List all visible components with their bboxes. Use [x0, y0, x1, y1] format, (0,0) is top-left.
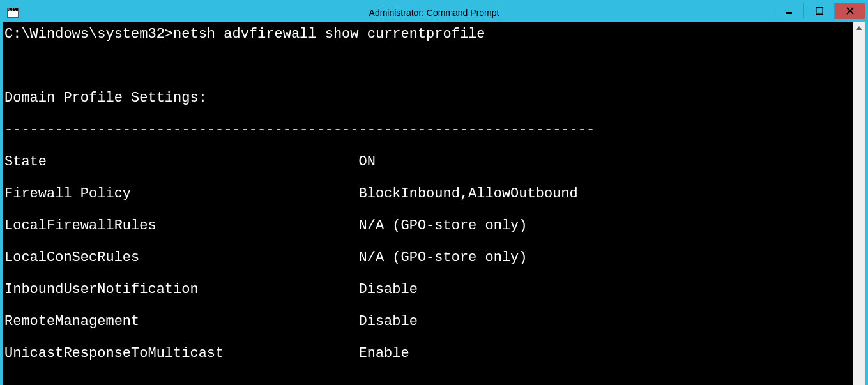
setting-label: State [4, 154, 358, 170]
svg-rect-0 [786, 12, 792, 14]
setting-value: BlockInbound,AllowOutbound [358, 186, 577, 202]
setting-row: UnicastResponseToMulticastEnable [4, 345, 853, 361]
setting-label: LocalConSecRules [4, 250, 358, 266]
system-menu-icon[interactable] [7, 8, 19, 18]
window-controls [773, 3, 865, 19]
setting-value: Disable [358, 282, 417, 298]
vertical-scrollbar[interactable] [853, 22, 865, 385]
svg-rect-1 [816, 8, 823, 15]
setting-row: RemoteManagementDisable [4, 313, 853, 329]
command: netsh advfirewall show currentprofile [173, 26, 485, 42]
minimize-button[interactable] [773, 3, 803, 19]
blank-line [4, 58, 853, 74]
close-button[interactable] [834, 3, 865, 19]
setting-value: N/A (GPO-store only) [358, 218, 527, 234]
titlebar[interactable]: Administrator: Command Prompt [3, 3, 865, 22]
client-area: C:\Windows\system32>netsh advfirewall sh… [3, 22, 865, 385]
scroll-up-arrow-icon[interactable] [853, 22, 865, 34]
setting-row: Firewall PolicyBlockInbound,AllowOutboun… [4, 186, 853, 202]
maximize-button[interactable] [803, 3, 834, 19]
setting-value: ON [358, 154, 375, 170]
scrollbar-track[interactable] [853, 34, 865, 385]
prompt: C:\Windows\system32> [4, 26, 173, 42]
setting-label: Firewall Policy [4, 186, 358, 202]
setting-row: InboundUserNotificationDisable [4, 282, 853, 298]
blank-line [4, 377, 853, 385]
setting-label: UnicastResponseToMulticast [4, 345, 358, 361]
prompt-line: C:\Windows\system32>netsh advfirewall sh… [4, 26, 853, 42]
divider-line: ----------------------------------------… [4, 122, 853, 138]
setting-row: LocalConSecRulesN/A (GPO-store only) [4, 250, 853, 266]
setting-label: LocalFirewallRules [4, 218, 358, 234]
section-header: Domain Profile Settings: [4, 90, 853, 106]
setting-label: RemoteManagement [4, 313, 358, 329]
setting-row: LocalFirewallRulesN/A (GPO-store only) [4, 218, 853, 234]
window-title: Administrator: Command Prompt [369, 8, 499, 18]
setting-value: N/A (GPO-store only) [358, 250, 527, 266]
setting-value: Enable [358, 345, 409, 361]
cmd-window: Administrator: Command Prompt C:\Windows… [0, 0, 868, 385]
console-output[interactable]: C:\Windows\system32>netsh advfirewall sh… [3, 22, 853, 385]
svg-marker-4 [856, 26, 862, 30]
setting-label: InboundUserNotification [4, 282, 358, 298]
setting-value: Disable [358, 313, 417, 329]
setting-row: StateON [4, 154, 853, 170]
